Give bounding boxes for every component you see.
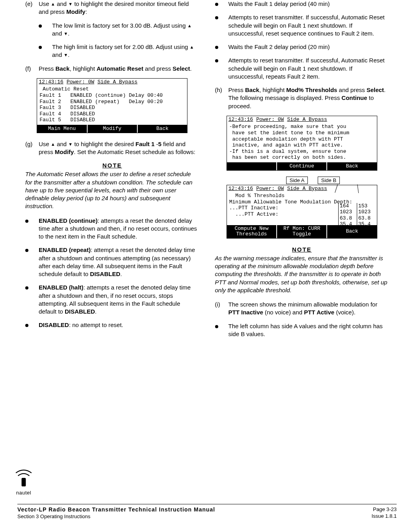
- compute-new-thresholds-button[interactable]: Compute NewThresholds: [227, 225, 277, 238]
- step-label: (f): [25, 65, 39, 73]
- step-i: (i) The screen shows the minimum allowab…: [215, 301, 389, 317]
- bullet-wait-fault1: Waits the Fault 1 delay period (40 min): [215, 0, 389, 8]
- footer-title: Vector-LP Radio Beacon Transmitter Techn…: [17, 506, 215, 513]
- bullet-enabled-halt: ENABLED (halt): attempts a reset the den…: [25, 284, 199, 316]
- bullet-icon: [25, 324, 28, 327]
- down-triangle-icon: ▼: [68, 1, 73, 7]
- bullet-icon: [215, 46, 218, 49]
- rf-mon-toggle-button[interactable]: Rf Mon: CURRToggle: [277, 225, 327, 238]
- continue-button[interactable]: Continue: [277, 162, 327, 170]
- screen-side: Side A Bypass: [285, 185, 377, 192]
- blank-button: [227, 162, 277, 170]
- bullet-low-limit: The low limit is factory set for 3.00 dB…: [39, 22, 199, 38]
- screen-time: 12:43:16: [37, 79, 65, 86]
- down-triangle-icon: ▼: [64, 31, 68, 37]
- screen-side: Side A Bypass: [285, 116, 377, 123]
- screen-time: 12:43:16: [227, 116, 255, 123]
- bullet-icon: [25, 286, 28, 289]
- footer-issue: Issue 1.8.1: [371, 513, 397, 519]
- bullet-disabled: DISABLED: no attempt to reset.: [25, 321, 199, 329]
- bullet-high-limit: The high limit is factory set for 2.00 d…: [39, 43, 199, 59]
- up-triangle-icon: ▲: [51, 1, 55, 7]
- note-heading: NOTE: [25, 162, 199, 169]
- screen-power: Power: 0W: [65, 79, 96, 86]
- bullet-icon: [215, 16, 218, 19]
- back-button[interactable]: Back: [327, 162, 377, 170]
- down-triangle-icon: ▼: [64, 52, 68, 58]
- bullet-icon: [39, 24, 42, 28]
- step-label: (h): [215, 86, 229, 110]
- side-b-tag: Side B: [318, 177, 340, 184]
- side-a-tag: Side A: [286, 177, 308, 184]
- note-body: As the warning message indicates, ensure…: [215, 254, 389, 294]
- note-heading: NOTE: [215, 246, 389, 254]
- step-e: (e) Use ▲ and ▼ to highlight the desired…: [25, 0, 199, 16]
- right-column: Waits the Fault 1 delay period (40 min) …: [215, 0, 389, 344]
- svg-rect-0: [22, 478, 26, 487]
- left-column: (e) Use ▲ and ▼ to highlight the desired…: [25, 0, 199, 344]
- up-triangle-icon: ▲: [187, 23, 192, 29]
- down-triangle-icon: ▼: [68, 141, 73, 147]
- bullet-icon: [25, 249, 28, 252]
- step-label: (i): [215, 301, 229, 317]
- bullet-wait-fault2: Waits the Fault 2 delay period (20 min): [215, 43, 389, 51]
- note-body: The Automatic Reset allows the user to d…: [25, 170, 199, 210]
- bullet-attempt-reset-1: Attempts to reset transmitter. If succes…: [215, 13, 389, 38]
- step-h: (h) Press Back, highlight Mod% Threshold…: [215, 86, 389, 110]
- screen-side: Side A Bypass: [96, 79, 187, 86]
- bullet-attempt-reset-2: Attempts to reset transmitter. If succes…: [215, 56, 389, 81]
- screen-mod-thresholds: Side A Side B 12:43:16 Power: 0W Side A …: [227, 185, 377, 239]
- nautel-logo: nautel: [12, 467, 36, 496]
- bullet-icon: [39, 46, 42, 49]
- bullet-icon: [215, 3, 218, 6]
- bullet-icon: [215, 59, 218, 62]
- step-label: (g): [25, 140, 39, 156]
- bullet-icon: [25, 220, 28, 223]
- up-triangle-icon: ▲: [190, 44, 194, 50]
- up-triangle-icon: ▲: [51, 141, 55, 147]
- main-menu-button[interactable]: Main Menu: [37, 125, 87, 133]
- values-side-a: 164102363.835.4: [338, 203, 357, 228]
- screen-automatic-reset: 12:43:16 Power: 0W Side A Bypass Automat…: [37, 78, 187, 133]
- values-side-b: 153102363.835.4: [357, 203, 376, 228]
- screen-time: 12:43:16: [227, 185, 255, 192]
- screen-warning: 12:43:16 Power: 0W Side A Bypass -Before…: [227, 116, 377, 171]
- bullet-icon: [215, 325, 218, 328]
- footer-section: Section 3 Operating Instructions: [17, 513, 90, 519]
- screen-power: Power: 0W: [255, 185, 285, 192]
- screen-power: Power: 0W: [255, 116, 285, 123]
- bullet-enabled-continue: ENABLED (continue): attempts a reset the…: [25, 217, 199, 241]
- nautel-logo-icon: [13, 467, 34, 489]
- step-f: (f) Press Back, highlight Automatic Rese…: [25, 65, 199, 73]
- back-button[interactable]: Back: [138, 125, 187, 133]
- page-footer: Vector-LP Radio Beacon Transmitter Techn…: [17, 504, 397, 520]
- footer-page: Page 3-23: [373, 506, 397, 512]
- step-label: (e): [25, 0, 39, 16]
- modify-button[interactable]: Modify: [88, 125, 138, 133]
- bullet-enabled-repeat: ENABLED (repeat): attempt a reset the de…: [25, 246, 199, 278]
- bullet-columns-description: The left column has side A values and th…: [215, 322, 389, 338]
- step-g: (g) Use ▲ and ▼ to highlight the desired…: [25, 140, 199, 156]
